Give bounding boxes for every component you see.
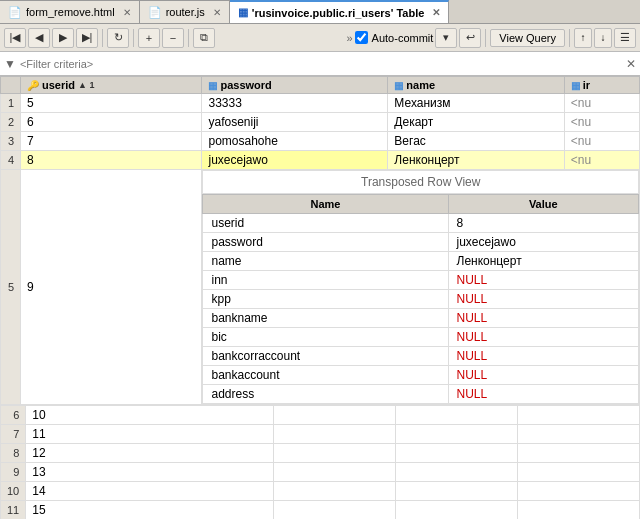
table-row[interactable]: 6 10 — [1, 406, 640, 425]
sep2 — [133, 29, 134, 47]
cell-ir[interactable] — [517, 463, 639, 482]
cell-ir[interactable]: <nu — [564, 113, 639, 132]
cell-userid[interactable]: 12 — [26, 444, 274, 463]
nav-prev-btn[interactable]: ◀ — [28, 28, 50, 48]
sort-asc-btn[interactable]: ↑ — [574, 28, 592, 48]
table-row[interactable]: 5 9 Transposed Row View Name Value — [1, 170, 640, 405]
cell-name[interactable] — [395, 444, 517, 463]
cell-password[interactable]: juxecejawo — [202, 151, 388, 170]
nav-first-btn[interactable]: |◀ — [4, 28, 26, 48]
cell-ir[interactable] — [517, 482, 639, 501]
transposed-row[interactable]: userid8 — [203, 214, 639, 233]
cell-password[interactable]: yafoseniji — [202, 113, 388, 132]
cell-password[interactable] — [273, 406, 395, 425]
table-row[interactable]: 1 5 33333 Механизм <nu — [1, 94, 640, 113]
col-header-password[interactable]: ▦ password — [202, 77, 388, 94]
cell-ir[interactable] — [517, 501, 639, 520]
transposed-row[interactable]: innNULL — [203, 271, 639, 290]
cell-userid[interactable]: 13 — [26, 463, 274, 482]
transposed-row[interactable]: passwordjuxecejawo — [203, 233, 639, 252]
transposed-cell-value: juxecejawo — [448, 233, 639, 252]
menu-btn[interactable]: ☰ — [614, 28, 636, 48]
nav-next-btn[interactable]: ▶ — [52, 28, 74, 48]
cell-name[interactable] — [395, 406, 517, 425]
table-row[interactable]: 8 12 — [1, 444, 640, 463]
cell-userid[interactable]: 9 — [21, 170, 202, 405]
cell-name[interactable] — [395, 463, 517, 482]
cell-password[interactable] — [273, 444, 395, 463]
cell-password[interactable] — [273, 501, 395, 520]
tab-router-close[interactable]: ✕ — [213, 7, 221, 18]
cell-name[interactable] — [395, 501, 517, 520]
transposed-row[interactable]: banknameNULL — [203, 309, 639, 328]
table-scroll[interactable]: 🔑 userid ▲ 1 ▦ password — [0, 76, 640, 519]
col-header-rownum — [1, 77, 21, 94]
cell-ir[interactable] — [517, 425, 639, 444]
add-row-btn[interactable]: + — [138, 28, 160, 48]
cell-userid[interactable]: 6 — [21, 113, 202, 132]
table-row[interactable]: 2 6 yafoseniji Декарт <nu — [1, 113, 640, 132]
cell-name[interactable]: Механизм — [388, 94, 564, 113]
tab-bar: 📄 form_remove.html ✕ 📄 router.js ✕ ▦ 'ru… — [0, 0, 640, 24]
dropdown-btn[interactable]: ▾ — [435, 28, 457, 48]
filter-close-icon[interactable]: ✕ — [626, 57, 636, 71]
cell-userid[interactable]: 15 — [26, 501, 274, 520]
tab-form-remove[interactable]: 📄 form_remove.html ✕ — [0, 0, 140, 23]
cell-name[interactable]: Вегас — [388, 132, 564, 151]
filter-input[interactable] — [20, 58, 622, 70]
cell-name[interactable] — [395, 425, 517, 444]
transposed-row[interactable]: addressNULL — [203, 385, 639, 404]
table-row[interactable]: 4 8 juxecejawo Ленконцерт <nu — [1, 151, 640, 170]
cell-userid[interactable]: 11 — [26, 425, 274, 444]
table-row[interactable]: 7 11 — [1, 425, 640, 444]
refresh-btn[interactable]: ↻ — [107, 28, 129, 48]
table-row[interactable]: 3 7 pomosahohe Вегас <nu — [1, 132, 640, 151]
cell-userid[interactable]: 10 — [26, 406, 274, 425]
cell-name[interactable]: Ленконцерт — [388, 151, 564, 170]
autocommit-checkbox[interactable] — [355, 31, 368, 44]
cell-password[interactable] — [273, 482, 395, 501]
col-header-name[interactable]: ▦ name — [388, 77, 564, 94]
cell-ir[interactable]: <nu — [564, 132, 639, 151]
cell-password[interactable] — [273, 463, 395, 482]
sort-desc-btn[interactable]: ↓ — [594, 28, 612, 48]
tab-ri-users[interactable]: ▦ 'rusinvoice.public.ri_users' Table ✕ — [230, 0, 450, 23]
duplicate-btn[interactable]: ⧉ — [193, 28, 215, 48]
undo-btn[interactable]: ↩ — [459, 28, 481, 48]
cell-userid[interactable]: 7 — [21, 132, 202, 151]
table-row[interactable]: 9 13 — [1, 463, 640, 482]
table-row[interactable]: 10 14 — [1, 482, 640, 501]
nav-last-btn[interactable]: ▶| — [76, 28, 98, 48]
transposed-row[interactable]: bicNULL — [203, 328, 639, 347]
cell-userid[interactable]: 14 — [26, 482, 274, 501]
col-header-userid[interactable]: 🔑 userid ▲ 1 — [21, 77, 202, 94]
transposed-cell-name: address — [203, 385, 448, 404]
cell-ir[interactable]: <nu — [564, 94, 639, 113]
remove-row-btn[interactable]: − — [162, 28, 184, 48]
cell-ir[interactable] — [517, 406, 639, 425]
tab-ri-users-close[interactable]: ✕ — [432, 7, 440, 18]
transposed-cell-name: kpp — [203, 290, 448, 309]
tab-form-remove-close[interactable]: ✕ — [123, 7, 131, 18]
row-num: 5 — [1, 170, 21, 405]
filter-icon: ▼ — [4, 57, 16, 71]
cell-userid[interactable]: 8 — [21, 151, 202, 170]
tab-router[interactable]: 📄 router.js ✕ — [140, 0, 230, 23]
cell-ir[interactable]: <nu — [564, 151, 639, 170]
col-header-ir[interactable]: ▦ ir — [564, 77, 639, 94]
view-query-button[interactable]: View Query — [490, 29, 565, 47]
transposed-row[interactable]: kppNULL — [203, 290, 639, 309]
cell-name[interactable] — [395, 482, 517, 501]
cell-password[interactable]: pomosahohe — [202, 132, 388, 151]
cell-password[interactable]: 33333 — [202, 94, 388, 113]
transposed-row[interactable]: bankaccountNULL — [203, 366, 639, 385]
transposed-row[interactable]: nameЛенконцерт — [203, 252, 639, 271]
cell-userid[interactable]: 5 — [21, 94, 202, 113]
name-col-label: name — [406, 79, 435, 91]
cell-ir[interactable] — [517, 444, 639, 463]
transposed-row[interactable]: bankcorraccountNULL — [203, 347, 639, 366]
cell-password[interactable] — [273, 425, 395, 444]
cell-name[interactable]: Декарт — [388, 113, 564, 132]
table-row[interactable]: 11 15 — [1, 501, 640, 520]
row-num: 10 — [1, 482, 26, 501]
